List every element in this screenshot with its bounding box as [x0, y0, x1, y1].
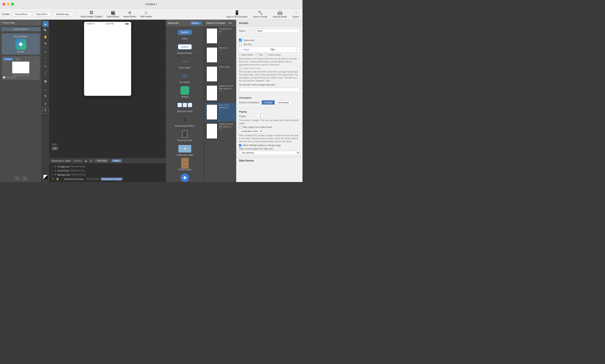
device-small-android[interactable]: Small low-end An... 3"	[204, 26, 236, 46]
element-multipart[interactable]: 1 2 3 Multi-part button	[166, 99, 204, 114]
foreground-label: Foreground	[58, 165, 70, 168]
view-3d-button[interactable]: 3D	[52, 147, 58, 150]
add-page-button[interactable]: Add Page	[95, 159, 109, 163]
screen-tab-start[interactable]: Start	[14, 58, 22, 61]
screen-item[interactable]: Screen Start Double-click to edit Has na…	[2, 56, 40, 80]
back-button-cb-label: Back button	[242, 54, 253, 56]
status-bar-checkbox[interactable]	[239, 39, 242, 41]
android-studio-button[interactable]: 🤖 Android Studio	[271, 9, 289, 19]
no-selection-select[interactable]: - No selection	[239, 151, 300, 155]
device-medium-android-1-thumb	[206, 85, 218, 101]
element-expanding-text[interactable]: T Expanding text block	[166, 114, 204, 129]
element-hotspot[interactable]: Hotspot	[166, 85, 204, 99]
pages-decrement-button[interactable]: ‹	[256, 115, 258, 118]
import-graphic-button[interactable]: 🖼 Import Image / Graphic	[79, 10, 104, 18]
export-button[interactable]: → Export	[291, 9, 300, 19]
back-button-checkbox[interactable]	[239, 54, 241, 56]
device-medium-android-2-info: Medium Android (like Galaxy S... 4.8"	[219, 123, 235, 130]
portrait-button[interactable]: Portrait	[262, 100, 275, 104]
device-medium-android-2[interactable]: Medium Android (like Galaxy S... 4.8"	[204, 122, 236, 141]
home-icon[interactable]: ⌂	[38, 21, 39, 24]
text-tool[interactable]: T	[43, 101, 49, 107]
scroll-flow-type: Element Group	[70, 169, 84, 172]
device-iphone-6-8[interactable]: Base format iPhone 6-8 4.7"	[204, 103, 236, 122]
device-iphone-5-se[interactable]: iPhone 5/SE 4"	[204, 65, 236, 84]
element-landscape-image[interactable]: 🏔 Landscape image	[166, 143, 204, 158]
element-back-button[interactable]: ‹Back Back button	[166, 56, 204, 70]
left-panel: Project Map ⌂ export screens App Setting…	[0, 20, 42, 182]
ellipse-tool[interactable]: ○	[43, 55, 49, 61]
vertex-tool-2[interactable]: ★	[43, 93, 49, 99]
element-bordered-button[interactable]: Button Bordered button	[166, 41, 204, 56]
device-small-android-info: Small low-end An... 3"	[219, 28, 235, 35]
data-block-button[interactable]: Data Block...	[34, 12, 52, 16]
rectangle-tool[interactable]: ▭	[43, 49, 49, 54]
vertex-tool[interactable]: ⬦	[43, 86, 49, 92]
right-panel: Screen Name: Status bar Nav bar ‹ <	[236, 20, 302, 182]
export-screens-button[interactable]: export screens	[1, 27, 40, 31]
elements-nav-button[interactable]: Button ›	[190, 21, 202, 25]
nav-bar-checkbox[interactable]	[239, 43, 242, 46]
pen-tool[interactable]: ✏	[43, 63, 49, 69]
line-tool[interactable]: ╱	[43, 70, 49, 76]
zoom-tool[interactable]: 🔍	[43, 27, 49, 33]
minimize-button[interactable]	[7, 3, 10, 6]
title-checkbox[interactable]	[256, 54, 258, 56]
edit-tool-icon2[interactable]: ⊟	[90, 159, 92, 162]
close-button[interactable]	[2, 3, 5, 6]
pages-increment-button[interactable]: ›	[263, 115, 264, 118]
import-button-button[interactable]: ⊕ Import Button	[122, 10, 138, 18]
element-button[interactable]: Button Button	[166, 27, 204, 41]
app-settings-item[interactable]: App Settings My App	[2, 33, 40, 54]
open-xcode-button[interactable]: 🔨 Open in Xcode	[251, 9, 269, 19]
hotspot-preview-shape	[181, 86, 189, 95]
screen-tab-screen[interactable]: Screen	[3, 58, 13, 61]
panel-next-button[interactable]: ›	[22, 176, 27, 181]
visual-block-button[interactable]: Visual Block...	[13, 12, 32, 16]
title-dropdown-icon[interactable]: ▾	[156, 3, 157, 6]
take-pages-checkbox[interactable]	[239, 126, 241, 128]
element-icon-button[interactable]: Icon button	[166, 70, 204, 85]
device-previews-title: Device Previews	[206, 22, 225, 25]
nav-bar-label: Nav bar	[243, 43, 252, 46]
window-title: Untitled ▾	[145, 2, 157, 6]
element-fixed-text[interactable]: T Fixed text block	[166, 129, 204, 143]
open-ios-simulator-button[interactable]: 📱 Open in iOS Simulator	[225, 9, 250, 19]
text-tool-2[interactable]: T	[43, 108, 49, 114]
background-group[interactable]: ▼ ≡ Background Element Group	[49, 173, 166, 177]
element-landscape-image-preview: 🏔	[168, 144, 202, 153]
element-bordered-button-preview: Button	[168, 43, 202, 51]
phone-status-bar: Carrier ● 12:57 PM ▮▮▮	[84, 22, 131, 25]
foreground-group[interactable]: ▼ ≡ Foreground Element Group	[49, 165, 166, 169]
name-input[interactable]	[256, 29, 300, 33]
custom-back-btn-checkbox[interactable]	[239, 67, 241, 69]
color-swatch[interactable]	[43, 175, 48, 180]
action-button-checkbox[interactable]	[265, 54, 268, 56]
maximize-button[interactable]	[11, 3, 14, 6]
element-placeholder[interactable]: Placeholder with	[166, 172, 204, 182]
eye-icon[interactable]: 👁	[52, 177, 54, 181]
background-triangle: ▼	[52, 174, 53, 176]
landscape-button[interactable]: Landscape	[275, 100, 292, 104]
device-iphone-1-4[interactable]: iPhone 1-4 3.5"	[204, 46, 236, 65]
device-iphone-1-4-info: iPhone 1-4 3.5"	[219, 47, 235, 52]
edit-tool-arrow[interactable]: ▲	[85, 159, 88, 162]
element-portrait-image[interactable]: 🧑 Portrait image	[166, 158, 204, 172]
localization-select[interactable]: Localization sheet	[239, 129, 263, 133]
shape-tool[interactable]: ◈	[43, 40, 49, 46]
import-movie-button[interactable]: 🎬 Import Movie	[105, 10, 120, 18]
image-tool[interactable]: ▣	[43, 78, 49, 84]
elements-header: Elements Button ›	[166, 20, 204, 27]
has-nav-bar-checkbox[interactable]	[3, 76, 5, 78]
allow-swipe-checkbox[interactable]	[239, 144, 241, 146]
panel-prev-button[interactable]: ‹	[14, 176, 20, 181]
hide-button[interactable]: Hide	[226, 21, 234, 25]
satellite-app-button[interactable]: Satellite App...	[53, 12, 73, 16]
add-keyline-button[interactable]: ◇ Add Keyline	[139, 10, 153, 18]
runtime-linkage-input[interactable]	[239, 88, 300, 92]
select-tool[interactable]: ▲	[43, 21, 49, 27]
hand-tool[interactable]: ✋	[43, 34, 49, 40]
scroll-flow-group[interactable]: ▼ ≡ Scroll Flow Element Group	[49, 169, 166, 173]
device-medium-android-1[interactable]: Medium Android (like Galaxy Co... 4.3"	[204, 84, 236, 103]
lock-icon[interactable]: 🔒	[56, 178, 59, 180]
